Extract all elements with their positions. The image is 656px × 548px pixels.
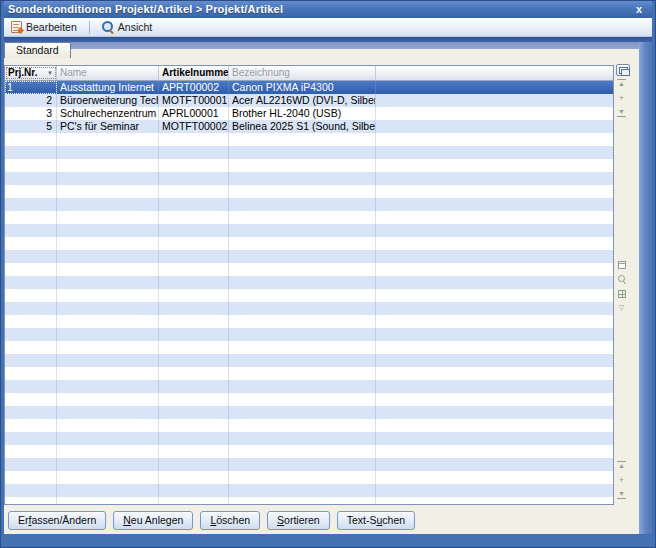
table-row-empty[interactable] (5, 224, 613, 237)
table-row-empty[interactable] (5, 172, 613, 185)
table-row-empty[interactable] (5, 289, 613, 302)
table-row-empty[interactable] (5, 328, 613, 341)
table-row-empty[interactable] (5, 432, 613, 445)
table-row[interactable]: 3SchulrechenzentrumAPRL00001Brother HL-2… (5, 107, 613, 120)
table-row-empty[interactable] (5, 341, 613, 354)
rail-bottom-icons: ▲+▼ (617, 461, 626, 499)
table-cell (5, 263, 57, 276)
table-cell: Belinea 2025 S1 (Sound, Silber (229, 120, 376, 133)
plus-icon[interactable]: + (617, 476, 626, 484)
table-row-empty[interactable] (5, 367, 613, 380)
table-cell (159, 172, 229, 185)
scroll-bottom-icon[interactable]: ▼ (617, 490, 626, 499)
table-cell (229, 302, 376, 315)
table-cell (159, 328, 229, 341)
table-cell (57, 159, 159, 172)
table-cell (57, 471, 159, 484)
table-row-empty[interactable] (5, 458, 613, 471)
magnifier-icon[interactable] (617, 275, 626, 284)
table-cell (5, 302, 57, 315)
table-row-empty[interactable] (5, 380, 613, 393)
window-title: Sonderkonditionen Projekt/Artikel > Proj… (8, 3, 283, 15)
table-row[interactable]: 1Ausstattung InternetAPRT00002Canon PIXM… (5, 81, 613, 94)
action-button-sortieren[interactable]: Sortieren (267, 511, 330, 530)
table-row-empty[interactable] (5, 406, 613, 419)
toolbar-button-bearbeiten[interactable]: Bearbeiten (4, 19, 84, 35)
column-header-artikelnummer[interactable]: Artikelnummer (159, 66, 229, 80)
action-button-text-suchen[interactable]: Text-Suchen (337, 511, 415, 530)
table-cell (57, 328, 159, 341)
table-row[interactable]: 2Büroerweiterung TechMOTFT00001Acer AL22… (5, 94, 613, 107)
tab-standard[interactable]: Standard (4, 42, 71, 58)
table-cell (159, 432, 229, 445)
table-row-empty[interactable] (5, 419, 613, 432)
table-row-empty[interactable] (5, 276, 613, 289)
table-cell (229, 380, 376, 393)
table-cell (229, 341, 376, 354)
table-cell (5, 198, 57, 211)
column-chooser-icon[interactable] (616, 64, 630, 76)
table-row-empty[interactable] (5, 315, 613, 328)
table-row-empty[interactable] (5, 302, 613, 315)
table-row-empty[interactable] (5, 354, 613, 367)
table-cell (376, 497, 613, 505)
table-row-empty[interactable] (5, 393, 613, 406)
grid-icon[interactable] (618, 261, 626, 269)
scroll-top-icon[interactable]: ▲ (617, 79, 626, 88)
action-button-l-schen[interactable]: Löschen (200, 511, 260, 530)
table-row-empty[interactable] (5, 133, 613, 146)
table-row-empty[interactable] (5, 445, 613, 458)
table-cell (5, 432, 57, 445)
table-row-empty[interactable] (5, 250, 613, 263)
sort-descending-icon[interactable]: ▼ (47, 70, 53, 76)
action-button-label-post: chen (382, 514, 405, 526)
action-button-erfassen-ndern[interactable]: Erfassen/Ändern (8, 511, 106, 530)
table-row-empty[interactable] (5, 484, 613, 497)
table-cell (5, 471, 57, 484)
table-cell (57, 146, 159, 159)
toolbar-button-ansicht[interactable]: Ansicht (95, 19, 159, 35)
column-header-bezeichnung[interactable]: Bezeichnung (229, 66, 376, 80)
table-cell (5, 419, 57, 432)
content-panel: Prj.Nr. ▼ Name Artikelnummer Bezeichnung… (0, 58, 656, 548)
table-cell (159, 250, 229, 263)
table-cell (5, 250, 57, 263)
column-header-prjnr[interactable]: Prj.Nr. ▼ (5, 66, 57, 80)
table-cell: Acer AL2216WD (DVI-D, Silber/S (229, 94, 376, 107)
table-cell (159, 289, 229, 302)
table-row-empty[interactable] (5, 211, 613, 224)
table-row-empty[interactable] (5, 185, 613, 198)
table-cell (376, 354, 613, 367)
scroll-bottom-icon[interactable]: ▼ (617, 108, 626, 117)
filter-icon[interactable]: ▽ (617, 304, 626, 312)
close-icon[interactable]: x (630, 4, 648, 15)
plus-icon[interactable]: + (617, 94, 626, 102)
table-row-empty[interactable] (5, 159, 613, 172)
column-header-name[interactable]: Name (57, 66, 159, 80)
table-row-empty[interactable] (5, 263, 613, 276)
table-cell (159, 406, 229, 419)
table-row-empty[interactable] (5, 146, 613, 159)
table-cell (159, 393, 229, 406)
table-row[interactable]: 5PC's für SeminarMOTFT00002Belinea 2025 … (5, 120, 613, 133)
table-cell (57, 185, 159, 198)
data-grid: Prj.Nr. ▼ Name Artikelnummer Bezeichnung… (4, 65, 614, 505)
table-cell (229, 185, 376, 198)
table-icon[interactable] (618, 290, 626, 298)
table-cell (376, 172, 613, 185)
main-area: Standard Prj.Nr. ▼ Name Artikelnummer Be… (0, 42, 656, 548)
action-button-neu-anlegen[interactable]: Neu Anlegen (113, 511, 193, 530)
table-row-empty[interactable] (5, 198, 613, 211)
grid-body: 1Ausstattung InternetAPRT00002Canon PIXM… (5, 81, 613, 505)
table-row-empty[interactable] (5, 497, 613, 505)
table-cell (376, 432, 613, 445)
scroll-top-icon[interactable]: ▲ (617, 461, 626, 470)
table-cell (57, 432, 159, 445)
table-cell (159, 198, 229, 211)
table-row-empty[interactable] (5, 237, 613, 250)
rail-top-icons: ▲+▼ (617, 79, 626, 117)
table-cell (5, 159, 57, 172)
table-row-empty[interactable] (5, 471, 613, 484)
toolbar: Bearbeiten Ansicht (0, 18, 656, 37)
table-cell (159, 445, 229, 458)
